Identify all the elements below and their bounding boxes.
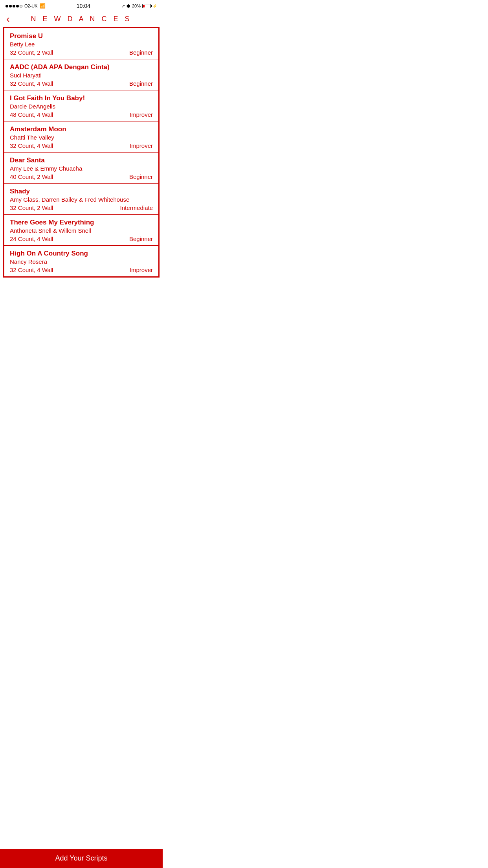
- battery-icon: [142, 4, 151, 8]
- dance-name: Promise U: [10, 32, 153, 40]
- dance-artist: Amy Lee & Emmy Chuacha: [10, 165, 153, 172]
- page-title: N E W D A N C E S: [31, 15, 132, 23]
- dance-name: High On A Country Song: [10, 250, 153, 257]
- dance-meta: 32 Count, 4 WallImprover: [10, 142, 153, 152]
- signal-dot-4: [16, 5, 19, 7]
- dance-meta: 24 Count, 4 WallBeginner: [10, 235, 153, 245]
- bluetooth-icon: ⬢: [127, 4, 130, 9]
- dance-artist: Darcie DeAngelis: [10, 103, 153, 110]
- dance-level: Beginner: [129, 235, 153, 242]
- dance-artist: Chatti The Valley: [10, 134, 153, 141]
- dance-artist: Amy Glass, Darren Bailey & Fred Whitehou…: [10, 196, 153, 203]
- dance-count-wall: 48 Count, 4 Wall: [10, 111, 53, 118]
- dance-count-wall: 32 Count, 4 Wall: [10, 142, 53, 149]
- dance-meta: 32 Count, 4 WallImprover: [10, 267, 153, 276]
- signal-dot-3: [13, 5, 15, 7]
- dance-item[interactable]: AADC (ADA APA Dengan Cinta)Suci Haryati3…: [4, 59, 158, 90]
- dance-artist: Anthoneta Snell & Willem Snell: [10, 227, 153, 234]
- dance-meta: 32 Count, 2 WallBeginner: [10, 49, 153, 59]
- dance-count-wall: 24 Count, 4 Wall: [10, 235, 53, 242]
- dance-count-wall: 32 Count, 2 Wall: [10, 204, 53, 211]
- header: ‹ N E W D A N C E S: [0, 11, 163, 27]
- dance-meta: 48 Count, 4 WallImprover: [10, 111, 153, 121]
- dance-item[interactable]: High On A Country SongNancy Rosera32 Cou…: [4, 246, 158, 276]
- dance-meta: 32 Count, 4 WallBeginner: [10, 80, 153, 90]
- battery-percent: 20%: [132, 4, 141, 8]
- dance-name: There Goes My Everything: [10, 219, 153, 226]
- dance-artist: Nancy Rosera: [10, 258, 153, 265]
- dance-level: Improver: [130, 111, 153, 118]
- dance-item[interactable]: Dear SantaAmy Lee & Emmy Chuacha40 Count…: [4, 153, 158, 184]
- signal-dot-5: [20, 5, 22, 7]
- dance-level: Beginner: [129, 80, 153, 87]
- dance-artist: Betty Lee: [10, 41, 153, 48]
- dance-meta: 32 Count, 2 WallIntermediate: [10, 204, 153, 214]
- dance-item[interactable]: ShadyAmy Glass, Darren Bailey & Fred Whi…: [4, 184, 158, 215]
- dance-name: Shady: [10, 188, 153, 195]
- dance-meta: 40 Count, 2 WallBeginner: [10, 173, 153, 183]
- battery-container: [142, 4, 151, 8]
- status-right: ↗ ⬢ 20% ⚡: [121, 4, 157, 9]
- dance-level: Intermediate: [120, 204, 153, 211]
- signal-dot-1: [6, 5, 8, 7]
- dance-level: Beginner: [129, 49, 153, 56]
- carrier-label: O2-UK: [24, 4, 38, 8]
- dance-count-wall: 32 Count, 4 Wall: [10, 80, 53, 87]
- location-icon: ↗: [121, 4, 125, 9]
- charging-icon: ⚡: [152, 4, 157, 8]
- dance-count-wall: 32 Count, 4 Wall: [10, 267, 53, 273]
- dance-level: Improver: [130, 267, 153, 273]
- dance-count-wall: 40 Count, 2 Wall: [10, 173, 53, 180]
- dance-name: AADC (ADA APA Dengan Cinta): [10, 63, 153, 71]
- dance-artist: Suci Haryati: [10, 72, 153, 79]
- dance-name: Dear Santa: [10, 156, 153, 164]
- dance-list: Promise UBetty Lee32 Count, 2 WallBeginn…: [3, 27, 160, 278]
- dance-count-wall: 32 Count, 2 Wall: [10, 49, 53, 56]
- back-button[interactable]: ‹: [6, 13, 10, 25]
- dance-item[interactable]: Promise UBetty Lee32 Count, 2 WallBeginn…: [4, 28, 158, 59]
- status-time: 10:04: [77, 3, 90, 9]
- wifi-icon: 📶: [40, 3, 46, 9]
- dance-name: Amsterdam Moon: [10, 125, 153, 133]
- signal-dots: [6, 5, 22, 7]
- signal-dot-2: [9, 5, 12, 7]
- status-bar: O2-UK 📶 10:04 ↗ ⬢ 20% ⚡: [0, 0, 163, 11]
- dance-level: Improver: [130, 142, 153, 149]
- battery-fill: [143, 5, 145, 7]
- dance-item[interactable]: There Goes My EverythingAnthoneta Snell …: [4, 215, 158, 246]
- status-left: O2-UK 📶: [6, 3, 46, 9]
- dance-item[interactable]: Amsterdam MoonChatti The Valley32 Count,…: [4, 121, 158, 153]
- dance-name: I Got Faith In You Baby!: [10, 94, 153, 102]
- dance-item[interactable]: I Got Faith In You Baby!Darcie DeAngelis…: [4, 90, 158, 121]
- dance-level: Beginner: [129, 173, 153, 180]
